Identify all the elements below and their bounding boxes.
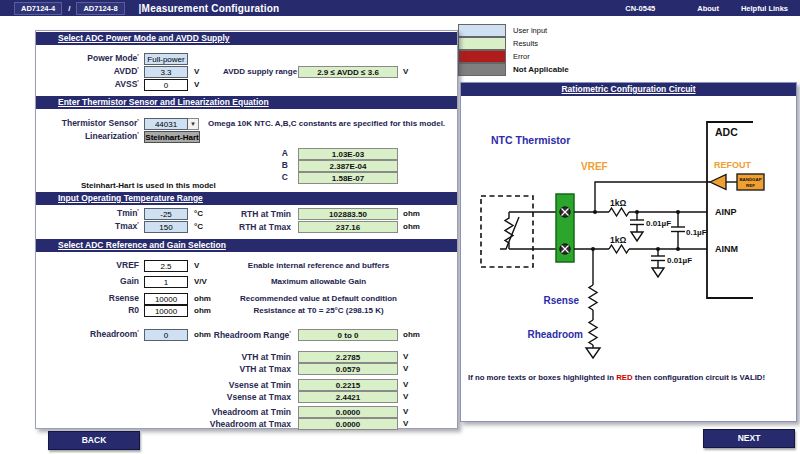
vheadroom-tmax-unit: V xyxy=(403,419,408,428)
not-applicable-swatch xyxy=(458,63,506,76)
rsense-note: Recommended value at Default condition xyxy=(201,294,436,303)
thermistor-symbol xyxy=(500,212,519,249)
vth-tmax-unit: V xyxy=(403,364,408,373)
vth-tmin-unit: V xyxy=(403,352,408,361)
vheadroom-tmax-result: 0.0000 xyxy=(298,418,398,430)
ratiometric-circuit-diagram: BANDGAP REF NTC Thermistor VREF ADC REFO… xyxy=(461,96,794,368)
gain-label: Gain xyxy=(36,276,139,286)
avss-label: AVSS xyxy=(36,79,139,89)
validity-note-text: If no more texts or boxes highlighted in xyxy=(468,373,616,382)
configuration-panel: Select ADC Power Mode and AVDD Supply Po… xyxy=(35,30,458,429)
validity-note-text2: then configuration circuit is VALID! xyxy=(633,373,765,382)
section-header-temperature: Input Operating Temperature Range xyxy=(36,192,457,205)
r0-input[interactable] xyxy=(144,305,188,317)
capacitor-ainp xyxy=(630,212,644,241)
rsense-rheadroom-chain xyxy=(586,249,600,358)
top-bar: AD7124-4 / AD7124-8 |Measurement Configu… xyxy=(0,0,800,16)
tab-separator: / xyxy=(68,4,70,13)
ntc-thermistor-label: NTC Thermistor xyxy=(491,134,570,146)
rheadroom-range-result: 0 to 0 xyxy=(298,329,398,341)
tmin-label: Tmin xyxy=(36,208,139,218)
cap2-label: 0.1µF xyxy=(686,228,707,237)
capacitor-diff xyxy=(671,212,685,249)
circuit-panel: Ratiometric Configuration Circuit xyxy=(460,82,797,422)
r0-note: Resistance at T0 = 25°C (298.15 K) xyxy=(201,306,436,315)
rheadroom-circuit-label: Rheadroom xyxy=(527,329,583,340)
legend-not-applicable: Not Applicable xyxy=(458,63,569,76)
dropdown-arrow-icon[interactable]: ▼ xyxy=(188,118,199,130)
vref-input[interactable] xyxy=(144,260,188,272)
gain-input[interactable] xyxy=(144,276,188,288)
coeff-c-result: 1.58E-07 xyxy=(298,172,398,184)
results-swatch xyxy=(458,37,506,50)
color-legend: User input Results Error Not Applicable xyxy=(458,24,569,76)
coeff-b-result: 2.387E-04 xyxy=(298,160,398,172)
about-link[interactable]: About xyxy=(697,4,719,13)
tab-ad7124-8[interactable]: AD7124-8 xyxy=(76,2,124,15)
avdd-input[interactable] xyxy=(144,66,188,78)
vth-tmin-result: 2.2785 xyxy=(298,351,398,363)
rth-tmax-label: RTH at Tmax xyxy=(148,222,291,232)
avss-unit: V xyxy=(194,80,199,89)
vheadroom-tmax-label: Vheadroom at Tmax xyxy=(148,419,291,429)
thermistor-sensor-dropdown[interactable]: 44031 ▼ xyxy=(144,118,199,130)
vref-label: VREF xyxy=(36,260,139,270)
legend-label: Results xyxy=(513,39,538,48)
rheadroom-range-unit: ohm xyxy=(403,330,420,339)
adc-label: ADC xyxy=(715,126,738,138)
vsense-tmin-label: Vsense at Tmin xyxy=(148,380,291,390)
power-mode-input[interactable] xyxy=(144,53,188,65)
gain-note: Maximum allowable Gain xyxy=(201,277,436,286)
rheadroom-label: Rheadroom xyxy=(36,329,139,339)
vsense-tmax-result: 2.4421 xyxy=(298,391,398,403)
resistor1-label: 1kΩ xyxy=(610,198,626,208)
tmax-label: Tmax xyxy=(36,221,139,231)
junction-dots xyxy=(591,210,680,251)
linearization-value[interactable]: Steinhart-Hart xyxy=(144,131,200,143)
validity-note: If no more texts or boxes highlighted in… xyxy=(468,373,765,382)
avdd-range-result: 2.9 ≤ AVDD ≤ 3.6 xyxy=(298,66,398,78)
tab-ad7124-4[interactable]: AD7124-4 xyxy=(14,2,62,15)
coeff-a-result: 1.03E-03 xyxy=(298,148,398,160)
avdd-range-label: AVDD supply range xyxy=(223,67,297,76)
back-button[interactable]: BACK xyxy=(48,431,140,450)
legend-label: Not Applicable xyxy=(513,65,569,74)
section-header-thermistor: Enter Thermistor Sensor and Linearizatio… xyxy=(36,96,457,109)
rth-tmin-label: RTH at Tmin xyxy=(148,209,291,219)
page-title: |Measurement Configuration xyxy=(139,3,280,14)
vheadroom-tmin-label: Vheadroom at Tmin xyxy=(148,407,291,417)
rsense-input[interactable] xyxy=(144,293,188,305)
r0-label: R0 xyxy=(36,305,139,315)
vheadroom-tmin-unit: V xyxy=(403,407,408,416)
resistor2-label: 1kΩ xyxy=(610,235,626,245)
legend-error: Error xyxy=(458,50,569,63)
section-header-power: Select ADC Power Mode and AVDD Supply xyxy=(36,32,457,45)
vsense-tmin-result: 0.2215 xyxy=(298,379,398,391)
rsense-circuit-label: Rsense xyxy=(543,295,579,306)
cap1-label: 0.01µF xyxy=(646,219,671,228)
avss-input[interactable] xyxy=(144,79,188,91)
sensor-note: Omega 10K NTC. A,B,C constants are speci… xyxy=(208,119,445,128)
thermistor-sensor-label: Thermistor Sensor xyxy=(36,118,139,128)
vsense-tmin-unit: V xyxy=(403,380,408,389)
linearization-label: Linearization xyxy=(36,131,139,141)
legend-label: Error xyxy=(513,52,530,61)
error-swatch xyxy=(458,50,506,63)
next-button[interactable]: NEXT xyxy=(703,429,795,448)
validity-note-red: RED xyxy=(616,373,632,382)
rheadroom-range-label: Rheadroom Range xyxy=(148,330,291,340)
rth-tmin-result: 102883.50 xyxy=(298,208,398,220)
legend-user-input: User input xyxy=(458,24,569,37)
doc-number-link[interactable]: CN-0545 xyxy=(625,4,655,13)
avdd-unit: V xyxy=(194,67,199,76)
legend-results: Results xyxy=(458,37,569,50)
vth-tmax-result: 0.0579 xyxy=(298,363,398,375)
refout-pin-label: REFOUT xyxy=(714,160,752,170)
section-header-reference: Select ADC Reference and Gain Selection xyxy=(36,239,457,252)
vref-unit: V xyxy=(194,261,199,270)
capacitor-ainm xyxy=(651,249,665,277)
ainm-pin-label: AINM xyxy=(715,244,738,254)
thermistor-sensor-value: 44031 xyxy=(144,118,188,130)
helpful-links[interactable]: Helpful Links xyxy=(741,4,788,13)
avdd-range-unit: V xyxy=(403,67,408,76)
